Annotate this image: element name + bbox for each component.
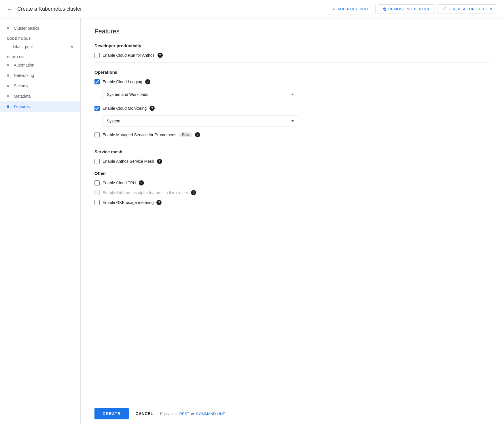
section-header-other: Other [94,171,490,176]
doc-icon: 📄 [442,7,447,11]
gke-usage-metering-label: Enable GKE usage metering [103,200,154,205]
main-content: Features Developer productivity Enable C… [81,18,504,424]
checkbox-row-cloud-monitoring: Enable Cloud Monitoring ? [94,106,490,111]
checkbox-row-gke-usage-metering: Enable GKE usage metering ? [94,200,490,205]
divider [94,142,490,142]
add-node-pool-button[interactable]: ＋ ADD NODE POOL [327,4,375,14]
anthos-service-mesh-checkbox[interactable] [94,159,100,164]
layout: Cluster basics NODE POOLS default-pool ∨… [0,18,504,424]
page-title: Features [94,28,490,35]
section-header-operations: Operations [94,70,490,75]
help-icon[interactable]: ? [157,159,162,164]
help-icon[interactable]: ? [191,190,196,195]
sidebar-dot [7,105,9,108]
cloud-logging-checkbox[interactable] [94,79,100,84]
help-icon[interactable]: ? [145,79,150,84]
help-icon[interactable]: ? [156,200,162,205]
cloud-run-anthos-label: Enable Cloud Run for Anthos [103,53,155,58]
chevron-down-icon: ∨ [71,44,73,49]
checkbox-row-anthos-service-mesh: Enable Anthos Service Mesh ? [94,159,490,164]
beta-badge: Beta [179,132,192,137]
help-icon[interactable]: ? [139,180,144,186]
footer: CREATE CANCEL Equivalent REST or COMMAND… [81,403,504,424]
help-icon[interactable]: ? [149,106,155,111]
checkbox-row-cloud-tpu: Enable Cloud TPU ? [94,180,490,186]
page-header-title: Create a Kubernetes cluster [17,6,327,12]
sidebar-node-pools-section: NODE POOLS [0,33,80,41]
trash-icon: 🗑 [383,7,387,11]
sidebar-item-default-pool[interactable]: default-pool ∨ [0,41,80,52]
cloud-monitoring-dropdown-row: System None [103,116,490,126]
command-line-link[interactable]: COMMAND LINE [196,412,225,416]
cloud-tpu-label: Enable Cloud TPU [103,181,136,185]
checkbox-row-managed-prometheus: Enable Managed Service for Prometheus Be… [94,132,490,137]
sidebar-dot [7,85,9,87]
help-icon[interactable]: ? [158,53,163,58]
footer-links: Equivalent REST or COMMAND LINE [160,412,225,416]
checkbox-row-k8s-alpha: Enable Kubernetes alpha features in this… [94,190,490,195]
sidebar-item-automation[interactable]: Automation [0,60,80,70]
divider [94,63,490,63]
k8s-alpha-label: Enable Kubernetes alpha features in this… [103,190,188,195]
back-button[interactable]: ← [7,6,13,12]
cloud-logging-dropdown[interactable]: System and Workloads System None [103,89,298,100]
sidebar-item-security[interactable]: Security [0,81,80,91]
cloud-logging-dropdown-row: System and Workloads System None [103,89,490,100]
chevron-down-icon: ▾ [490,7,492,11]
section-header-developer-productivity: Developer productivity [94,43,490,48]
cloud-monitoring-checkbox[interactable] [94,106,100,111]
equivalent-label: Equivalent [160,412,178,416]
sidebar-item-networking[interactable]: Networking [0,70,80,81]
sidebar-item-cluster-basics[interactable]: Cluster basics [0,23,80,33]
sidebar-dot [7,64,9,66]
header: ← Create a Kubernetes cluster ＋ ADD NODE… [0,0,504,18]
managed-prometheus-label: Enable Managed Service for Prometheus [103,132,176,137]
sidebar-cluster-section: CLUSTER [0,52,80,60]
section-header-service-mesh: Service mesh [94,149,490,154]
sidebar-dot [7,27,9,29]
cloud-monitoring-dropdown[interactable]: System None [103,116,298,126]
rest-link[interactable]: REST [179,412,190,416]
k8s-alpha-checkbox[interactable] [94,190,100,195]
create-button[interactable]: CREATE [94,408,129,419]
sidebar-item-features[interactable]: Features [0,101,80,112]
remove-node-pool-button[interactable]: 🗑 REMOVE NODE POOL [378,4,435,14]
cancel-button[interactable]: CANCEL [133,408,156,419]
gke-usage-metering-checkbox[interactable] [94,200,100,205]
back-icon: ← [7,6,13,12]
cloud-logging-label: Enable Cloud Logging [103,80,142,84]
anthos-service-mesh-label: Enable Anthos Service Mesh [103,159,154,164]
or-label: or [191,412,194,416]
sidebar-dot [7,74,9,77]
cloud-monitoring-label: Enable Cloud Monitoring [103,106,147,111]
checkbox-row-cloud-logging: Enable Cloud Logging ? [94,79,490,84]
checkbox-row-cloud-run-anthos: Enable Cloud Run for Anthos ? [94,53,490,58]
add-icon: ＋ [332,7,336,12]
cloud-tpu-checkbox[interactable] [94,180,100,186]
setup-guide-button[interactable]: 📄 USE A SETUP GUIDE ▾ [437,4,497,14]
managed-prometheus-checkbox[interactable] [94,132,100,137]
sidebar: Cluster basics NODE POOLS default-pool ∨… [0,18,81,424]
sidebar-dot [7,95,9,97]
cloud-run-anthos-checkbox[interactable] [94,53,100,58]
sidebar-item-left: default-pool [7,44,33,49]
sidebar-item-metadata[interactable]: Metadata [0,91,80,101]
header-actions: ＋ ADD NODE POOL 🗑 REMOVE NODE POOL 📄 USE… [327,4,497,14]
help-icon[interactable]: ? [195,132,200,137]
